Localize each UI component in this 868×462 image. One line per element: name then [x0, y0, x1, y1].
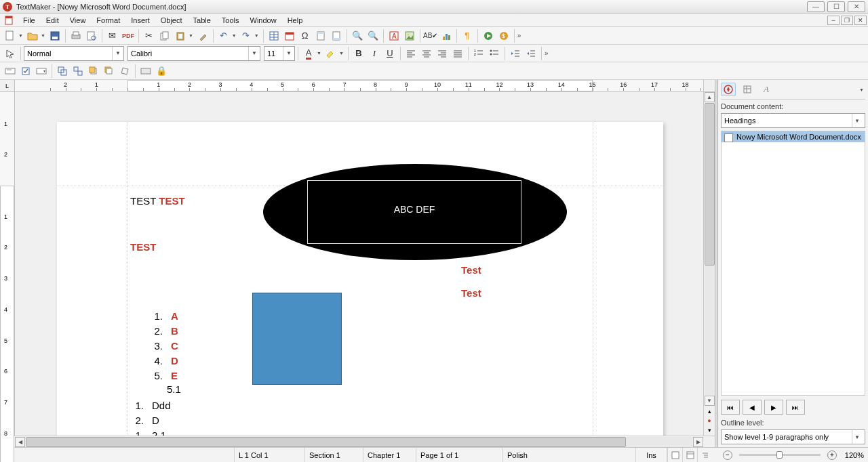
zoom-in-button[interactable]: + — [827, 450, 837, 460]
horizontal-ruler[interactable]: L 21123456789101112131415161718 — [0, 80, 715, 92]
tree-item-document[interactable]: Nowy Microsoft Word Document.docx — [722, 131, 865, 142]
save-button[interactable] — [47, 28, 62, 43]
decrease-indent-button[interactable] — [508, 46, 523, 61]
font-color-dropdown[interactable]: ▼ — [315, 51, 323, 56]
sidebar-content-combo[interactable]: Headings▼ — [721, 113, 865, 128]
view-outline-button[interactable] — [697, 448, 712, 462]
form-protect-button[interactable]: 🔒 — [154, 64, 169, 79]
toolbar-overflow[interactable]: » — [516, 32, 523, 39]
bold-button[interactable]: B — [351, 46, 366, 61]
align-left-button[interactable] — [403, 46, 418, 61]
formatting-overflow[interactable]: » — [543, 49, 550, 57]
next-page-button[interactable]: ▾ — [705, 426, 713, 434]
redo-dropdown[interactable]: ▼ — [253, 33, 260, 38]
nav-first-button[interactable]: ⏮ — [721, 400, 740, 415]
chart-button[interactable] — [439, 28, 454, 43]
print-button[interactable] — [68, 28, 83, 43]
vertical-scrollbar[interactable]: ▲ ▼ ▴ ● ▾ — [703, 92, 715, 436]
vertical-ruler[interactable]: 2112345678 — [0, 92, 15, 436]
bring-front-button[interactable] — [86, 64, 101, 79]
zoom-button[interactable]: 🔍 — [350, 28, 365, 43]
zoom-full-button[interactable]: 🔍 — [366, 28, 380, 43]
mdi-restore-button[interactable]: ❐ — [841, 16, 853, 25]
nav-next-button[interactable]: ▶ — [764, 400, 783, 415]
zoom-out-button[interactable]: − — [723, 450, 732, 460]
form-shading-button[interactable] — [138, 64, 153, 79]
text-frame[interactable]: ABC DEF — [307, 180, 521, 244]
spellcheck-button[interactable]: AB✔ — [423, 28, 438, 43]
text-right-1[interactable]: Test — [461, 264, 481, 276]
sidebar-tree[interactable]: Nowy Microsoft Word Document.docx — [721, 131, 865, 396]
status-chapter[interactable]: Chapter 1 — [363, 448, 416, 462]
insert-footer-button[interactable] — [329, 28, 344, 43]
new-button[interactable] — [3, 28, 18, 43]
bullet-list-button[interactable] — [487, 46, 502, 61]
browse-object-button[interactable]: ● — [705, 417, 713, 425]
undo-dropdown[interactable]: ▼ — [231, 33, 238, 38]
scroll-down-button[interactable]: ▼ — [705, 396, 715, 406]
menu-view[interactable]: View — [64, 15, 92, 26]
open-dropdown[interactable]: ▼ — [39, 33, 47, 38]
status-position[interactable]: L 1 Col 1 — [235, 448, 305, 462]
undo-button[interactable]: ↶ — [216, 28, 231, 43]
view-normal-button[interactable] — [667, 448, 682, 462]
mdi-close-button[interactable]: ✕ — [854, 16, 867, 25]
view-master-button[interactable] — [682, 448, 697, 462]
sidebar-menu[interactable]: ▼ — [858, 87, 865, 92]
cut-button[interactable]: ✂ — [142, 28, 157, 43]
insert-symbol-button[interactable]: Ω — [298, 28, 313, 43]
underline-button[interactable]: U — [382, 46, 397, 61]
mdi-minimize-button[interactable]: – — [827, 16, 840, 25]
paste-button[interactable] — [173, 28, 188, 43]
menu-insert[interactable]: Insert — [125, 15, 155, 26]
pdf-export-button[interactable]: PDF — [121, 28, 136, 43]
status-page[interactable]: Page 1 of 1 — [416, 448, 503, 462]
increase-indent-button[interactable] — [524, 46, 538, 61]
highlight-dropdown[interactable]: ▼ — [338, 51, 345, 56]
menu-tools[interactable]: Tools — [216, 15, 245, 26]
paragraph-style-combo[interactable]: Normal▼ — [24, 46, 124, 61]
close-button[interactable]: ✕ — [848, 1, 865, 12]
sidebar-tab-navigator[interactable] — [721, 83, 736, 96]
email-button[interactable]: ✉ — [105, 28, 120, 43]
form-dropdown-button[interactable] — [34, 64, 49, 79]
menu-edit[interactable]: Edit — [41, 15, 64, 26]
planmaker-button[interactable]: $ — [496, 28, 511, 43]
font-family-combo[interactable]: Calibri▼ — [127, 46, 260, 61]
hscroll-thumb[interactable] — [26, 437, 626, 447]
menu-table[interactable]: Table — [188, 15, 216, 26]
text-line-2[interactable]: TEST — [130, 241, 156, 253]
zoom-knob[interactable] — [776, 451, 783, 459]
format-paintbrush-button[interactable] — [195, 28, 210, 43]
zoom-slider[interactable] — [739, 454, 821, 456]
document-canvas[interactable]: TEST TEST TEST ABC DEF Test Test — [15, 92, 703, 436]
rotate-button[interactable] — [117, 64, 132, 79]
scroll-left-button[interactable]: ◀ — [15, 437, 25, 447]
object-mode-button[interactable] — [3, 46, 18, 61]
highlight-button[interactable] — [323, 46, 338, 61]
align-center-button[interactable] — [419, 46, 434, 61]
sidebar-tab-styles[interactable]: A — [759, 83, 774, 96]
formatting-marks-button[interactable]: ¶ — [460, 28, 475, 43]
menu-window[interactable]: Window — [245, 15, 282, 26]
nav-prev-button[interactable]: ◀ — [743, 400, 762, 415]
horizontal-scrollbar[interactable]: ◀ ▶ — [0, 436, 715, 447]
text-line-1[interactable]: TEST TEST — [130, 195, 185, 207]
minimize-button[interactable]: — — [807, 1, 825, 12]
nav-last-button[interactable]: ⏭ — [786, 400, 805, 415]
prev-page-button[interactable]: ▴ — [705, 407, 713, 415]
italic-button[interactable]: I — [367, 46, 382, 61]
scroll-up-button[interactable]: ▲ — [705, 92, 715, 102]
outline-level-combo[interactable]: Show level 1-9 paragraphs only▼ — [721, 429, 865, 444]
rectangle-shape[interactable] — [252, 293, 342, 385]
status-section[interactable]: Section 1 — [305, 448, 363, 462]
redo-button[interactable]: ↷ — [239, 28, 254, 43]
numbered-list-button[interactable]: 12 — [471, 46, 486, 61]
paste-dropdown[interactable]: ▼ — [187, 33, 195, 38]
align-justify-button[interactable] — [450, 46, 465, 61]
form-text-button[interactable] — [3, 64, 18, 79]
numbered-list-1[interactable]: 1.A2.B3.C4.D5.E — [145, 309, 178, 383]
insert-date-button[interactable] — [282, 28, 297, 43]
scroll-right-button[interactable]: ▶ — [693, 437, 703, 447]
font-size-combo[interactable]: 11▼ — [264, 46, 295, 61]
